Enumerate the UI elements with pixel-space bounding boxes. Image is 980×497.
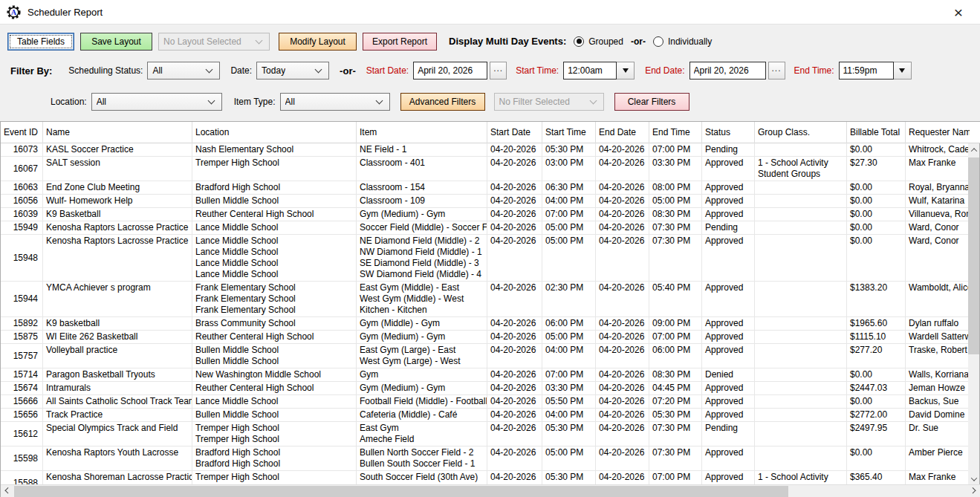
cell-end-time: 06:00 PM [649, 344, 702, 368]
cell-name: All Saints Catholic School Track Team [43, 395, 192, 408]
table-row[interactable]: 16073 KASL Soccer Practice Nash Elementa… [1, 143, 970, 157]
layout-select[interactable]: No Layout Selected [158, 33, 270, 51]
scheduling-status-select[interactable]: All [147, 62, 220, 79]
column-header-end-time[interactable]: End Time [649, 122, 702, 143]
table-fields-button[interactable]: Table Fields [7, 33, 74, 51]
column-header-group-class[interactable]: Group Class. [755, 122, 847, 143]
column-header-end-date[interactable]: End Date [596, 122, 649, 143]
cell-start-date: 04-20-2026 [487, 331, 542, 343]
cell-start-time: 05:30 PM [542, 143, 596, 156]
cell-name: End Zone Club Meeting [43, 181, 192, 194]
start-date-input[interactable] [413, 62, 487, 79]
advanced-filters-button[interactable]: Advanced Filters [400, 93, 485, 111]
cell-event-id: 16039 [1, 208, 43, 221]
location-select[interactable]: All [91, 93, 222, 111]
modify-layout-button[interactable]: Modify Layout [279, 33, 357, 51]
cell-location: Bullen Middle School [192, 195, 357, 207]
scroll-right-button[interactable] [967, 485, 979, 497]
table-row[interactable]: 15875 WI Elite 262 Basketball Reuther Ce… [1, 331, 970, 344]
cell-end-date: 04-20-2026 [596, 221, 649, 234]
cell-location: Tremper High School [192, 157, 357, 181]
end-time-input[interactable] [839, 62, 894, 79]
end-date-input[interactable] [689, 62, 766, 79]
save-layout-button[interactable]: Save Layout [80, 33, 152, 51]
start-time-dropdown-button[interactable] [617, 62, 635, 79]
cell-name: Track Practice [43, 409, 192, 421]
cell-requester-name: Wulf, Katarina [906, 195, 970, 207]
cell-start-date: 04-20-2026 [487, 235, 542, 281]
cell-start-date: 04-20-2026 [487, 221, 542, 234]
column-header-status[interactable]: Status [702, 122, 755, 143]
cell-name: Volleyball practice [43, 344, 192, 368]
table-row[interactable]: 15612 Special Olympics Track and Field T… [1, 422, 970, 446]
table-row[interactable]: 15598 Kenosha Raptors Youth Lacrosse Bra… [1, 446, 970, 471]
cell-end-date: 04-20-2026 [596, 331, 649, 343]
horizontal-scroll-thumb[interactable] [14, 486, 788, 497]
scroll-down-button[interactable] [968, 472, 979, 485]
scroll-up-button[interactable] [968, 143, 979, 156]
cell-start-date: 04-20-2026 [487, 317, 542, 330]
table-row[interactable]: 15757 Volleyball practice Bullen Middle … [1, 344, 970, 368]
table-row[interactable]: 15714 Paragon Basketball Tryouts New Was… [1, 368, 970, 382]
app-gear-icon: A [7, 5, 21, 19]
cell-end-date: 04-20-2026 [596, 195, 649, 207]
clear-filters-button[interactable]: Clear Filters [614, 93, 689, 111]
filter-select[interactable]: No Filter Selected [494, 93, 604, 111]
table-row[interactable]: 15666 All Saints Catholic School Track T… [1, 395, 970, 409]
table-row[interactable]: 15588 Kenosha Shoreman Lacrosse Practice… [1, 471, 970, 485]
column-header-event-id[interactable]: Event ID [1, 122, 43, 143]
table-row[interactable]: 15656 Track Practice Bullen Middle Schoo… [1, 409, 970, 422]
start-time-input[interactable] [563, 62, 617, 79]
cell-group-class [755, 143, 847, 156]
column-header-location[interactable]: Location [192, 122, 357, 143]
grouped-radio[interactable] [574, 36, 584, 47]
table-row[interactable]: 16063 End Zone Club Meeting Bradford Hig… [1, 181, 970, 195]
cell-start-time: 06:00 PM [542, 317, 596, 330]
end-date-browse-button[interactable]: ... [768, 62, 785, 79]
cell-status: Approved [702, 195, 755, 207]
date-select[interactable]: Today [256, 62, 329, 79]
column-header-start-date[interactable]: Start Date [487, 122, 542, 143]
table-row[interactable]: 16039 K9 Basketball Reuther Centeral Hig… [1, 208, 970, 221]
cell-end-date: 04-20-2026 [596, 317, 649, 330]
horizontal-scrollbar[interactable] [1, 484, 980, 497]
item-type-value: All [285, 97, 295, 107]
table-row[interactable]: 15674 Intramurals Reuther Centeral High … [1, 382, 970, 395]
cell-billable-total: $0.00 [847, 235, 906, 281]
item-type-select[interactable]: All [280, 93, 390, 111]
cell-start-time: 02:30 PM [542, 282, 596, 316]
end-time-dropdown-button[interactable] [894, 62, 912, 79]
column-header-name[interactable]: Name [43, 122, 192, 143]
table-header: Event ID Name Location Item Start Date S… [1, 122, 980, 143]
cell-name: SALT session [43, 157, 192, 181]
vertical-scrollbar[interactable] [968, 143, 979, 485]
cell-start-time: 05:00 PM [542, 221, 596, 234]
location-value: All [97, 97, 106, 107]
cell-item: Classroom - 154 [357, 181, 487, 194]
column-header-requester-name[interactable]: Requester Name [906, 122, 970, 143]
start-date-browse-button[interactable]: ... [490, 62, 507, 79]
column-header-item[interactable]: Item [357, 122, 487, 143]
table-row[interactable]: 16056 Wulf- Homework Help Bullen Middle … [1, 195, 970, 208]
column-header-billable-total[interactable]: Billable Total [847, 122, 906, 143]
column-header-start-time[interactable]: Start Time [542, 122, 596, 143]
cell-status: Denied [702, 368, 755, 381]
cell-event-id: 15944 [1, 282, 43, 316]
cell-billable-total: $1383.20 [847, 282, 906, 316]
vertical-scroll-thumb[interactable] [968, 157, 979, 354]
cell-start-date: 04-20-2026 [487, 382, 542, 394]
export-report-button[interactable]: Export Report [363, 33, 437, 51]
table-row[interactable]: 15949 Kenosha Raptors Lacrosse Practice … [1, 221, 970, 235]
cell-end-date: 04-20-2026 [596, 181, 649, 194]
chevron-down-icon [207, 97, 215, 105]
table-row[interactable]: 16067 SALT session Tremper High School C… [1, 157, 970, 181]
cell-requester-name: Max Franke [906, 157, 970, 181]
cell-start-date: 04-20-2026 [487, 344, 542, 368]
table-row[interactable]: 15944 YMCA Achiever s program Frank Elem… [1, 282, 970, 317]
title-bar[interactable]: A Scheduler Report × [0, 0, 980, 25]
scroll-left-button[interactable] [1, 485, 13, 497]
individually-radio[interactable] [653, 36, 663, 47]
table-row[interactable]: 15948 Kenosha Raptors Lacrosse Practice … [1, 235, 970, 282]
table-row[interactable]: 15892 K9 basketball Brass Community Scho… [1, 317, 970, 331]
close-icon[interactable]: × [949, 3, 968, 22]
